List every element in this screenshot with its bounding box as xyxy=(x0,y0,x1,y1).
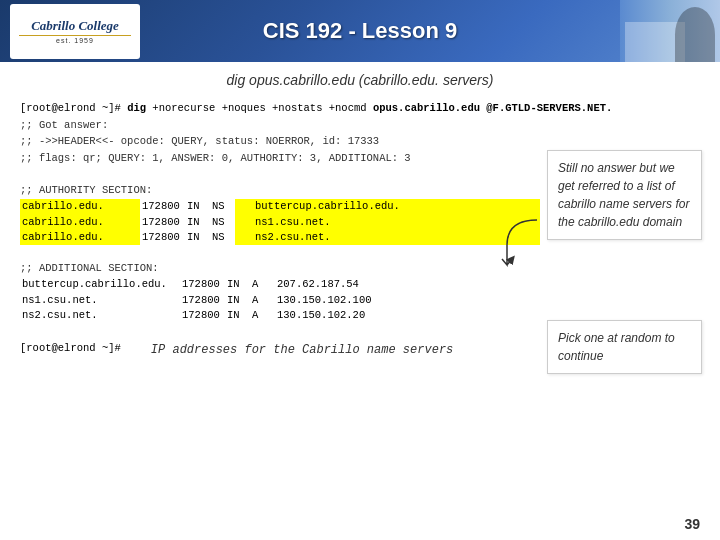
header-photo xyxy=(620,0,720,62)
auth-in-2: IN xyxy=(185,215,210,230)
add-ttl-1: 172800 xyxy=(180,277,225,292)
auth-domain-2: cabrillo.edu. xyxy=(20,215,140,230)
arrow-container xyxy=(497,215,547,279)
prompt-text: [root@elrond ~]# xyxy=(20,102,127,114)
auth-type-3: NS xyxy=(210,230,235,245)
dig-args: +norecurse +noques +nostats +nocmd xyxy=(146,102,373,114)
auth-domain-3: cabrillo.edu. xyxy=(20,230,140,245)
annotation-text-2: Pick one at random to continue xyxy=(558,331,675,363)
add-domain-2: ns1.csu.net. xyxy=(20,293,180,308)
auth-in-3: IN xyxy=(185,230,210,245)
authority-table: cabrillo.edu. 172800 IN NS buttercup.cab… xyxy=(20,199,540,245)
page-header: Cabrillo College est. 1959 CIS 192 - Les… xyxy=(0,0,720,62)
college-logo: Cabrillo College est. 1959 xyxy=(10,4,140,59)
add-domain-3: ns2.csu.net. xyxy=(20,308,180,323)
auth-ttl-3: 172800 xyxy=(140,230,185,245)
dig-domain: opus.cabrillo.edu @F.GTLD-SERVERS.NET. xyxy=(373,102,612,114)
auth-type-2: NS xyxy=(210,215,235,230)
auth-domain-1: cabrillo.edu. xyxy=(20,199,140,214)
add-ttl-2: 172800 xyxy=(180,293,225,308)
arrow-icon xyxy=(497,215,547,275)
additional-header: ;; ADDITIONAL SECTION: xyxy=(20,261,700,276)
additional-table: buttercup.cabrillo.edu. 172800 IN A 207.… xyxy=(20,277,540,323)
page-subtitle: dig opus.cabrillo.edu (cabrillo.edu. ser… xyxy=(0,62,720,93)
auth-ns-1: buttercup.cabrillo.edu. xyxy=(235,199,540,214)
add-in-1: IN xyxy=(225,277,250,292)
add-in-2: IN xyxy=(225,293,250,308)
auth-ns-3: ns2.csu.net. xyxy=(235,230,540,245)
person-silhouette xyxy=(675,7,715,62)
final-prompt: [root@elrond ~]# xyxy=(20,341,121,356)
auth-ttl-2: 172800 xyxy=(140,215,185,230)
table-row: buttercup.cabrillo.edu. 172800 IN A 207.… xyxy=(20,277,540,292)
auth-ttl-1: 172800 xyxy=(140,199,185,214)
table-row: ns1.csu.net. 172800 IN A 130.150.102.100 xyxy=(20,293,540,308)
header-line: ;; ->>HEADER<<- opcode: QUERY, status: N… xyxy=(20,134,700,149)
table-row: ns2.csu.net. 172800 IN A 130.150.102.20 xyxy=(20,308,540,323)
add-ttl-3: 172800 xyxy=(180,308,225,323)
ip-caption: IP addresses for the Cabrillo name serve… xyxy=(151,342,453,359)
auth-ns-2: ns1.csu.net. xyxy=(235,215,540,230)
add-in-3: IN xyxy=(225,308,250,323)
table-row: cabrillo.edu. 172800 IN NS ns1.csu.net. xyxy=(20,215,540,230)
page-title: CIS 192 - Lesson 9 xyxy=(263,18,457,44)
page-number: 39 xyxy=(684,516,700,532)
auth-type-1: NS xyxy=(210,199,235,214)
annotation-text-1: Still no answer but we get referred to a… xyxy=(558,161,689,229)
logo-name: Cabrillo College xyxy=(31,19,119,33)
logo-year: est. 1959 xyxy=(56,37,94,44)
add-ip-1: 207.62.187.54 xyxy=(275,277,540,292)
add-ip-2: 130.150.102.100 xyxy=(275,293,540,308)
annotation-box-2: Pick one at random to continue xyxy=(547,320,702,374)
add-domain-1: buttercup.cabrillo.edu. xyxy=(20,277,180,292)
add-type-2: A xyxy=(250,293,275,308)
command-line: [root@elrond ~]# dig +norecurse +noques … xyxy=(20,101,700,116)
annotation-box-1: Still no answer but we get referred to a… xyxy=(547,150,702,240)
got-answer: ;; Got answer: xyxy=(20,118,700,133)
table-row: cabrillo.edu. 172800 IN NS buttercup.cab… xyxy=(20,199,540,214)
add-ip-3: 130.150.102.20 xyxy=(275,308,540,323)
add-type-3: A xyxy=(250,308,275,323)
auth-in-1: IN xyxy=(185,199,210,214)
table-row: cabrillo.edu. 172800 IN NS ns2.csu.net. xyxy=(20,230,540,245)
dig-command: dig xyxy=(127,102,146,114)
logo-divider xyxy=(19,35,131,36)
add-type-1: A xyxy=(250,277,275,292)
